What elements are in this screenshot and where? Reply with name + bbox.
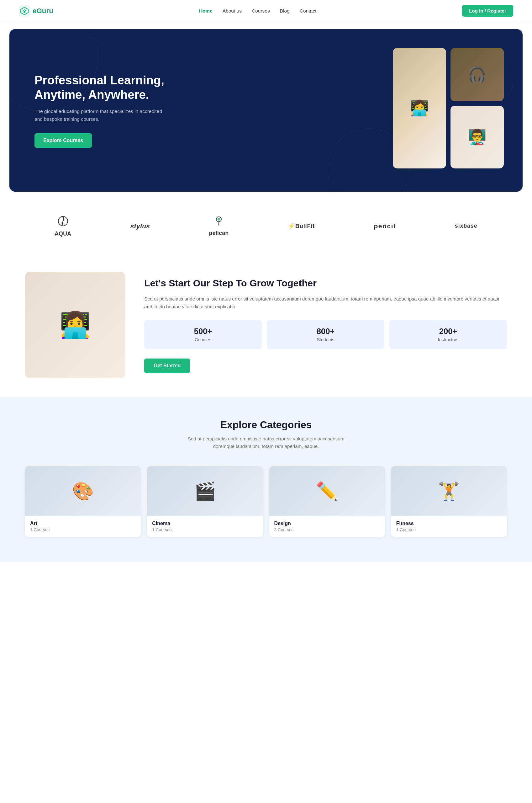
category-art-image: 🎨 [25, 466, 141, 516]
stat-students-num: 800+ [276, 327, 375, 336]
nav-home[interactable]: Home [199, 8, 212, 14]
stats-row: 500+ Courses 800+ Students 200+ Instruct… [144, 320, 507, 349]
grow-content: Let's Start Our Step To Grow Together Se… [144, 277, 507, 373]
category-art-name: Art [30, 521, 136, 526]
nav-courses[interactable]: Courses [252, 8, 270, 14]
category-cinema-image: 🎬 [147, 466, 263, 516]
partners-section: AQUA stylus pelican ⚡BullFit pencil sixb… [0, 199, 532, 253]
hero-image-student-desk [393, 48, 446, 168]
category-fitness-name: Fitness [396, 521, 502, 526]
hero-images [393, 48, 504, 173]
hero-section: Professional Learning, Anytime, Anywhere… [10, 29, 522, 192]
hero-content: Professional Learning, Anytime, Anywhere… [35, 73, 166, 148]
partner-pelican: pelican [209, 216, 229, 237]
get-started-button[interactable]: Get Started [144, 358, 190, 373]
grow-section: 👩‍💻 Let's Start Our Step To Grow Togethe… [0, 253, 532, 397]
hero-title: Professional Learning, Anytime, Anywhere… [35, 73, 166, 102]
navbar: eGuru Home About us Courses Blog Contact… [0, 0, 532, 22]
category-art-info: Art 1 Courses [25, 516, 141, 537]
category-design-name: Design [274, 521, 380, 526]
category-fitness-info: Fitness 1 Courses [391, 516, 507, 537]
category-cinema-info: Cinema 1 Courses [147, 516, 263, 537]
categories-title: Explore Categories [25, 419, 507, 431]
logo-text: eGuru [33, 7, 53, 15]
partner-stylus: stylus [130, 222, 150, 230]
partner-pelican-name: pelican [209, 230, 229, 237]
category-fitness-count: 1 Courses [396, 527, 502, 532]
category-art-count: 1 Courses [30, 527, 136, 532]
logo-icon [19, 5, 30, 17]
categories-desc: Sed ut perspiciatis unde omnis iste natu… [185, 435, 348, 450]
stat-courses-num: 500+ [154, 327, 252, 336]
partner-sixbase-name: sixbase [455, 223, 477, 229]
category-cinema-name: Cinema [152, 521, 258, 526]
hero-subtitle: The global educating platform that speci… [35, 108, 166, 123]
stat-students: 800+ Students [267, 320, 384, 349]
category-design-image: ✏️ [269, 466, 385, 516]
hero-image-teacher [451, 106, 504, 168]
partner-aqua: AQUA [55, 215, 71, 237]
hero-image-headphones [451, 48, 504, 101]
svg-point-1 [23, 11, 25, 13]
login-button[interactable]: Log In / Register [462, 5, 513, 17]
stat-instructors: 200+ Instructors [390, 320, 507, 349]
partner-bullfit-name: ⚡BullFit [288, 223, 315, 230]
category-design-info: Design 2 Courses [269, 516, 385, 537]
stat-students-label: Students [276, 337, 375, 342]
partner-aqua-name: AQUA [55, 230, 71, 237]
categories-header: Explore Categories Sed ut perspiciatis u… [25, 419, 507, 450]
category-art[interactable]: 🎨 Art 1 Courses [25, 466, 141, 537]
categories-section: Explore Categories Sed ut perspiciatis u… [0, 397, 532, 562]
stat-courses: 500+ Courses [144, 320, 262, 349]
partner-pencil: pencil [374, 222, 396, 230]
category-cinema[interactable]: 🎬 Cinema 1 Courses [147, 466, 263, 537]
stat-instructors-num: 200+ [399, 327, 497, 336]
svg-point-3 [217, 218, 220, 221]
grow-description: Sed ut perspiciatis unde omnis iste natu… [144, 295, 507, 311]
partner-sixbase: sixbase [455, 223, 477, 229]
category-fitness-image: 🏋️ [391, 466, 507, 516]
stat-courses-label: Courses [154, 337, 252, 342]
stat-instructors-label: Instructors [399, 337, 497, 342]
partner-bullfit: ⚡BullFit [288, 223, 315, 230]
logo-link[interactable]: eGuru [19, 5, 53, 17]
category-fitness[interactable]: 🏋️ Fitness 1 Courses [391, 466, 507, 537]
partner-pencil-name: pencil [374, 222, 396, 230]
nav-links: Home About us Courses Blog Contact [199, 8, 317, 14]
nav-contact[interactable]: Contact [300, 8, 316, 14]
partner-stylus-name: stylus [130, 222, 150, 230]
grow-image: 👩‍💻 [25, 272, 126, 378]
explore-courses-button[interactable]: Explore Courses [35, 133, 92, 148]
categories-grid: 🎨 Art 1 Courses 🎬 Cinema 1 Courses ✏️ De… [25, 466, 507, 537]
nav-blog[interactable]: Blog [280, 8, 290, 14]
category-cinema-count: 1 Courses [152, 527, 258, 532]
category-design-count: 2 Courses [274, 527, 380, 532]
nav-about[interactable]: About us [223, 8, 242, 14]
grow-title: Let's Start Our Step To Grow Together [144, 277, 507, 290]
category-design[interactable]: ✏️ Design 2 Courses [269, 466, 385, 537]
